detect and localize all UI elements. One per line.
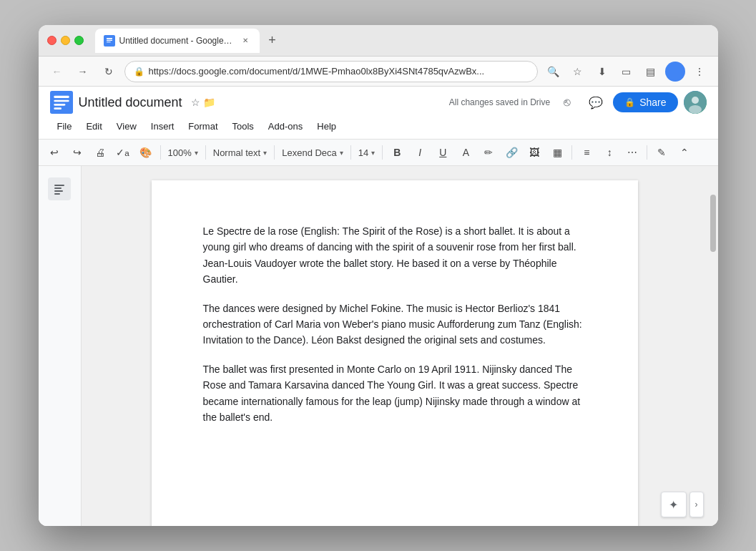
share-lock-icon: 🔒: [624, 97, 635, 107]
tab-close-button[interactable]: ✕: [240, 35, 251, 47]
zoom-select[interactable]: 100% ▾: [165, 142, 201, 162]
cast-icon[interactable]: ▤: [641, 62, 661, 82]
bold-button[interactable]: B: [387, 142, 407, 162]
tab-manager-icon[interactable]: ▭: [617, 62, 637, 82]
forward-button[interactable]: →: [73, 62, 93, 82]
font-size-select[interactable]: 14 ▾: [355, 142, 378, 162]
comments-icon[interactable]: 💬: [584, 91, 607, 114]
paint-format-button[interactable]: 🎨: [136, 142, 156, 162]
highlight-button[interactable]: ✏: [478, 142, 499, 162]
italic-button[interactable]: I: [410, 142, 430, 162]
docs-top-row: Untitled document ☆ 📁 All changes saved …: [50, 91, 707, 114]
font-value: Lexend Deca: [282, 147, 337, 158]
docs-logo: [50, 91, 73, 114]
docs-page-area-wrapper: Le Spectre de la rose (English: The Spir…: [82, 166, 718, 526]
scrollbar[interactable]: [708, 166, 718, 526]
zoom-arrow-icon: ▾: [195, 149, 198, 157]
menu-insert[interactable]: Insert: [144, 118, 182, 135]
search-icon[interactable]: 🔍: [544, 62, 564, 82]
link-button[interactable]: 🔗: [501, 142, 521, 162]
address-bar-icons: 🔍 ☆ ⬇ ▭ ▤ ⋮: [544, 62, 710, 82]
folder-icon[interactable]: 📁: [203, 97, 215, 108]
corner-controls: ✦ ›: [661, 492, 704, 517]
font-size-value: 14: [358, 147, 368, 158]
url-bar[interactable]: 🔒 https://docs.google.com/document/d/1MW…: [124, 61, 538, 82]
docs-body: Le Spectre de la rose (English: The Spir…: [39, 166, 718, 526]
svg-rect-8: [54, 107, 62, 109]
svg-rect-2: [106, 39, 112, 40]
toolbar-divider-5: [382, 145, 383, 160]
back-button[interactable]: ←: [47, 62, 67, 82]
bookmark-icon[interactable]: ☆: [568, 62, 588, 82]
paragraph-1: Le Spectre de la rose (English: The Spir…: [203, 223, 586, 288]
svg-rect-7: [54, 104, 65, 106]
text-color-button[interactable]: A: [456, 142, 476, 162]
menu-format[interactable]: Format: [181, 118, 225, 135]
insert-button[interactable]: ▦: [547, 142, 567, 162]
outline-icon[interactable]: [48, 177, 71, 200]
ai-assist-button[interactable]: ✦: [661, 492, 687, 517]
print-button[interactable]: 🖨: [90, 142, 110, 162]
new-tab-button[interactable]: +: [262, 31, 283, 51]
collapse-button[interactable]: ›: [689, 492, 704, 517]
image-button[interactable]: 🖼: [524, 142, 544, 162]
menu-view[interactable]: View: [109, 118, 144, 135]
more-options-icon[interactable]: ⋮: [689, 62, 710, 82]
share-button[interactable]: 🔒 Share: [613, 92, 677, 112]
download-icon[interactable]: ⬇: [592, 62, 612, 82]
toolbar-divider-4: [350, 145, 351, 160]
browser-window: Untitled document - Google Do... ✕ + ← →…: [39, 25, 718, 526]
spellcheck-button[interactable]: ✓a: [113, 142, 133, 162]
toolbar-divider-1: [160, 145, 161, 160]
share-label: Share: [639, 97, 666, 108]
user-avatar[interactable]: [684, 91, 707, 114]
profile-avatar[interactable]: [665, 62, 685, 82]
svg-rect-15: [54, 193, 60, 195]
font-select[interactable]: Lexend Deca ▾: [279, 142, 346, 162]
url-text: https://docs.google.com/document/d/1MWE-…: [149, 66, 529, 77]
redo-button[interactable]: ↪: [67, 142, 87, 162]
paragraph-2: The dances were designed by Michel Fokin…: [203, 301, 586, 348]
tab-title: Untitled document - Google Do...: [119, 36, 234, 46]
toolbar-divider-6: [571, 145, 572, 160]
svg-rect-13: [54, 187, 62, 189]
scrollbar-thumb[interactable]: [710, 195, 716, 252]
browser-tab[interactable]: Untitled document - Google Do... ✕: [95, 29, 260, 53]
menu-edit[interactable]: Edit: [79, 118, 109, 135]
address-bar: ← → ↻ 🔒 https://docs.google.com/document…: [39, 57, 718, 87]
menu-file[interactable]: File: [50, 118, 79, 135]
svg-point-11: [689, 105, 702, 114]
style-select[interactable]: Normal text ▾: [210, 142, 270, 162]
font-arrow-icon: ▾: [340, 149, 343, 157]
edit-mode-button[interactable]: ✎: [652, 142, 672, 162]
docs-page[interactable]: Le Spectre de la rose (English: The Spir…: [152, 180, 638, 526]
maximize-button[interactable]: [74, 36, 84, 45]
line-spacing-button[interactable]: ↕: [599, 142, 619, 162]
tab-favicon: [104, 35, 115, 47]
menu-addons[interactable]: Add-ons: [261, 118, 310, 135]
star-icon[interactable]: ☆: [191, 97, 200, 108]
reload-button[interactable]: ↻: [99, 62, 119, 82]
tab-bar: Untitled document - Google Do... ✕ +: [95, 29, 710, 53]
close-button[interactable]: [47, 36, 57, 45]
svg-rect-12: [54, 185, 64, 186]
underline-button[interactable]: U: [433, 142, 453, 162]
svg-rect-4: [50, 91, 73, 114]
minimize-button[interactable]: [61, 36, 70, 45]
paragraph-3: The ballet was first presented in Monte …: [203, 361, 586, 426]
history-icon[interactable]: ⎋: [556, 91, 579, 114]
menu-help[interactable]: Help: [310, 118, 343, 135]
menu-tools[interactable]: Tools: [225, 118, 261, 135]
svg-rect-5: [54, 96, 69, 98]
docs-header: Untitled document ☆ 📁 All changes saved …: [39, 87, 718, 140]
undo-button[interactable]: ↩: [44, 142, 64, 162]
style-value: Normal text: [213, 147, 260, 158]
expand-button[interactable]: ⌃: [674, 142, 694, 162]
zoom-value: 100%: [168, 147, 192, 158]
svg-rect-14: [54, 190, 63, 192]
docs-app: Untitled document ☆ 📁 All changes saved …: [39, 87, 718, 526]
more-button[interactable]: ⋯: [622, 142, 642, 162]
docs-page-area: Le Spectre de la rose (English: The Spir…: [82, 166, 708, 526]
align-button[interactable]: ≡: [576, 142, 597, 162]
docs-title[interactable]: Untitled document: [79, 95, 182, 110]
